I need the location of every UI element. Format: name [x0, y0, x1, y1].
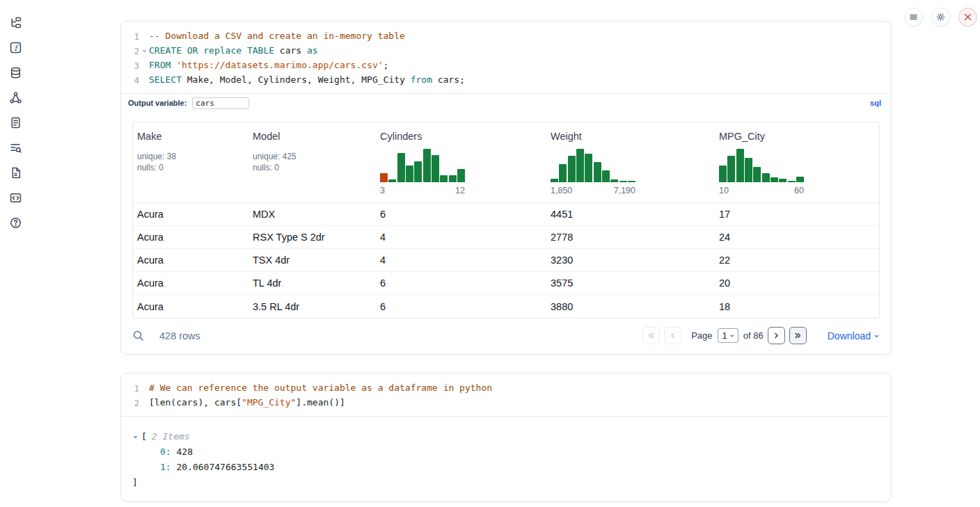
table-footer: 428 rows Page 1 of 86	[121, 319, 891, 354]
python-code-editor[interactable]: 1# We can reference the output variable …	[121, 373, 891, 416]
output-entry: 0: 428	[132, 444, 880, 460]
search-icon[interactable]	[132, 330, 144, 341]
histogram-bar[interactable]	[380, 173, 388, 182]
histogram-bar[interactable]	[449, 175, 457, 182]
histogram-bar[interactable]	[770, 177, 778, 182]
sidebar: f	[0, 0, 31, 507]
pagination: Page 1 of 86	[638, 327, 807, 344]
histogram-bar[interactable]	[628, 181, 635, 182]
open-bracket: [	[141, 429, 147, 444]
histogram-bar[interactable]	[432, 155, 439, 182]
download-button[interactable]: Download	[828, 330, 880, 341]
column-header-cylinders[interactable]: Cylinders 312	[376, 122, 546, 202]
shutdown-button[interactable]	[958, 8, 977, 26]
snippets-icon[interactable]	[8, 191, 22, 204]
histogram-bar[interactable]	[594, 162, 601, 182]
collapse-output-icon[interactable]	[132, 434, 141, 440]
histogram-bar[interactable]	[753, 167, 761, 182]
histogram-bar[interactable]	[788, 181, 796, 182]
code-content: -- Download a CSV and create an in-memor…	[149, 29, 405, 44]
page-total-label: of 86	[743, 330, 764, 341]
logs-icon[interactable]	[8, 140, 22, 154]
code-line[interactable]: 2CREATE OR replace TABLE cars as	[121, 44, 891, 58]
histogram-bar[interactable]	[397, 153, 405, 182]
scratchpad-icon[interactable]: f	[8, 40, 22, 54]
line-gutter: 1	[121, 381, 149, 396]
table-row[interactable]: AcuraRSX Type S 2dr4277824	[133, 226, 879, 249]
table-cell: 3230	[546, 255, 715, 266]
table-row[interactable]: AcuraMDX6445117	[133, 203, 879, 226]
code-line[interactable]: 1# We can reference the output variable …	[121, 381, 891, 396]
file-explorer-icon[interactable]	[8, 15, 22, 29]
table-row[interactable]: Acura3.5 RL 4dr6388018	[133, 295, 879, 318]
histogram-bar[interactable]	[762, 173, 770, 182]
histogram-bar[interactable]	[745, 158, 752, 182]
row-count: 428 rows	[159, 330, 200, 341]
histogram-bar[interactable]	[576, 149, 584, 182]
column-header-make[interactable]: Make unique: 38 nulls: 0	[133, 122, 248, 202]
language-badge[interactable]: sql	[870, 99, 881, 107]
histogram-bar[interactable]	[719, 166, 727, 182]
line-number: 2	[134, 44, 139, 58]
histogram-bar[interactable]	[457, 169, 465, 182]
column-header-mpg-city[interactable]: MPG_City 1060	[715, 122, 879, 202]
table-cell: 4451	[546, 209, 715, 220]
code-line[interactable]: 3FROM 'https://datasets.marimo.app/cars.…	[121, 58, 891, 73]
line-number: 2	[134, 396, 139, 410]
output-variable-input[interactable]	[192, 97, 249, 109]
settings-button[interactable]	[931, 8, 950, 26]
table-cell: TL 4dr	[248, 277, 376, 289]
chevrons-left-icon	[647, 331, 656, 340]
documentation-icon[interactable]	[8, 166, 22, 179]
histogram-bar[interactable]	[619, 181, 627, 182]
prev-page-button[interactable]	[664, 327, 681, 344]
histogram-bar[interactable]	[388, 179, 396, 182]
code-line[interactable]: 1-- Download a CSV and create an in-memo…	[121, 29, 891, 44]
chevron-down-icon	[729, 333, 735, 339]
table-row[interactable]: AcuraTSX 4dr4323022	[133, 249, 879, 272]
code-content: CREATE OR replace TABLE cars as	[149, 44, 318, 58]
table-body: AcuraMDX6445117AcuraRSX Type S 2dr427782…	[133, 203, 879, 318]
column-header-weight[interactable]: Weight 1,8507,190	[546, 122, 715, 202]
table-row[interactable]: AcuraTL 4dr6357520	[133, 272, 879, 295]
fold-chevron-icon[interactable]	[139, 44, 149, 58]
histogram-bar[interactable]	[406, 166, 413, 182]
histogram-bar[interactable]	[585, 154, 592, 182]
sql-cell: 1-- Download a CSV and create an in-memo…	[120, 21, 892, 355]
next-page-button[interactable]	[768, 327, 785, 344]
python-output: [ 2 Items 0: 428 1: 20.060747663551403 ]	[121, 416, 891, 501]
histogram-bar[interactable]	[736, 149, 744, 182]
notebook-outline-icon[interactable]	[8, 115, 22, 129]
line-number: 1	[134, 381, 139, 396]
page-select[interactable]: 1	[718, 328, 738, 343]
code-line[interactable]: 2[len(cars), cars["MPG_City"].mean()]	[121, 396, 891, 410]
histogram-bar[interactable]	[610, 179, 618, 182]
datasources-icon[interactable]	[8, 65, 22, 79]
menu-button[interactable]	[904, 8, 923, 26]
table-cell: RSX Type S 2dr	[248, 232, 376, 243]
histogram-bar[interactable]	[559, 164, 567, 182]
histogram-bar[interactable]	[796, 177, 804, 182]
table-cell: 2778	[546, 232, 715, 243]
last-page-button[interactable]	[789, 327, 807, 344]
close-bracket: ]	[132, 475, 880, 490]
histogram-bar[interactable]	[440, 175, 448, 182]
table-cell: MDX	[248, 209, 376, 220]
histogram-bar[interactable]	[779, 179, 787, 182]
histogram-bar[interactable]	[414, 161, 422, 182]
column-header-model[interactable]: Model unique: 425 nulls: 0	[248, 122, 376, 202]
help-icon[interactable]	[8, 216, 22, 230]
histogram-bar[interactable]	[727, 156, 735, 182]
histogram-range: 1060	[719, 186, 804, 195]
line-gutter: 4	[121, 73, 149, 88]
sql-code-editor[interactable]: 1-- Download a CSV and create an in-memo…	[121, 22, 891, 93]
histogram-bar[interactable]	[568, 156, 576, 182]
histogram-bar[interactable]	[602, 170, 610, 182]
first-page-button[interactable]	[642, 327, 660, 344]
dependency-graph-icon[interactable]	[8, 90, 22, 104]
code-line[interactable]: 4SELECT Make, Model, Cylinders, Weight, …	[121, 73, 891, 88]
histogram-bar[interactable]	[423, 149, 431, 182]
histogram-bar[interactable]	[551, 179, 558, 182]
table-header: Make unique: 38 nulls: 0 Model unique: 4…	[133, 122, 879, 203]
table-cell: 18	[715, 301, 879, 312]
